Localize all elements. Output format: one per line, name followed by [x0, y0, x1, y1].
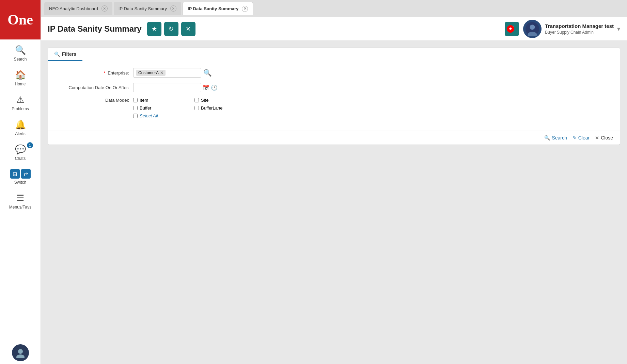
- search-button-label: Search: [552, 135, 567, 140]
- clock-button[interactable]: 🕐: [211, 84, 218, 91]
- select-all-text: Select All: [140, 113, 158, 118]
- tab-close-ip1[interactable]: ✕: [170, 5, 176, 12]
- content-area: 🔍 Filters * Enterprise: CustomerA: [41, 41, 627, 364]
- sidebar-item-label: Alerts: [15, 131, 26, 136]
- tab-label: NEO Analytic Dashboard: [49, 6, 98, 11]
- required-star: *: [104, 70, 105, 76]
- tab-close-neo[interactable]: ✕: [101, 5, 108, 12]
- sidebar-avatar: [12, 344, 29, 361]
- enterprise-tag: CustomerA ✕: [136, 70, 166, 76]
- filters-body: * Enterprise: CustomerA ✕ 🔍: [48, 61, 620, 131]
- clear-button[interactable]: ✎ Clear: [573, 135, 590, 140]
- menu-icon: ☰: [16, 193, 24, 203]
- enterprise-label-cell: * Enterprise:: [58, 70, 133, 76]
- close-icon: ✕: [186, 25, 191, 33]
- sidebar-item-menus[interactable]: ☰ Menus/Favs: [0, 187, 41, 212]
- checkboxes-col-right: Site BufferLane: [194, 98, 256, 118]
- enterprise-tag-input[interactable]: CustomerA ✕: [133, 68, 201, 78]
- sidebar-item-label: Menus/Favs: [9, 205, 31, 210]
- search-footer-icon: 🔍: [544, 135, 550, 140]
- date-field: 📅 🕐: [133, 83, 218, 92]
- enterprise-tag-value: CustomerA: [138, 70, 159, 75]
- checkbox-item[interactable]: [133, 98, 138, 102]
- checkbox-site-text: Site: [201, 98, 208, 103]
- main-area: NEO Analytic Dashboard ✕ IP Data Sanity …: [41, 0, 627, 364]
- warning-icon: ⚠: [16, 95, 24, 105]
- notification-badge: ★: [507, 25, 514, 33]
- user-role: Buyer Supply Chain Admin: [545, 30, 614, 35]
- checkbox-selectall[interactable]: [133, 114, 138, 118]
- enterprise-field: CustomerA ✕ 🔍: [133, 68, 212, 78]
- refresh-button[interactable]: ↻: [164, 22, 178, 36]
- checkbox-bufferlane[interactable]: [194, 106, 199, 110]
- bell-icon: 🔔: [15, 119, 26, 130]
- data-model-row: Data Model: Item Buffer: [58, 98, 610, 118]
- user-name: Transportation Manager test: [545, 22, 614, 30]
- computation-date-row: Computation Date On Or After: 📅 🕐: [58, 83, 610, 92]
- switch-icon-right: ⇄: [21, 169, 31, 179]
- checkbox-site[interactable]: [194, 98, 199, 102]
- clear-footer-icon: ✎: [573, 135, 577, 140]
- sidebar-item-label: Home: [15, 82, 26, 86]
- date-input[interactable]: [133, 83, 201, 92]
- logo-area[interactable]: One: [0, 0, 41, 39]
- tabs-bar: NEO Analytic Dashboard ✕ IP Data Sanity …: [41, 0, 627, 17]
- refresh-icon: ↻: [169, 25, 174, 33]
- svg-point-0: [18, 349, 23, 354]
- user-avatar: [523, 20, 542, 38]
- close-filters-button[interactable]: ✕ Close: [595, 135, 613, 140]
- tab-ip2[interactable]: IP Data Sanity Summary ✕: [183, 2, 253, 15]
- sidebar-item-switch[interactable]: ⊟ ⇄ Switch: [0, 164, 41, 187]
- logo-box: One: [7, 6, 34, 33]
- filters-footer: 🔍 Search ✎ Clear ✕ Close: [48, 131, 620, 145]
- filters-tab[interactable]: 🔍 Filters: [48, 48, 82, 61]
- filters-tab-label: Filters: [62, 51, 76, 57]
- page-title: IP Data Sanity Summary: [48, 24, 142, 34]
- checkbox-site-label[interactable]: Site: [194, 98, 256, 103]
- close-page-button[interactable]: ✕: [181, 22, 195, 36]
- checkbox-item-text: Item: [140, 98, 148, 103]
- switch-icons: ⊟ ⇄: [10, 169, 31, 179]
- checkbox-bufferlane-text: BufferLane: [201, 105, 222, 111]
- checkbox-item-label[interactable]: Item: [133, 98, 194, 103]
- sidebar-item-label: Search: [14, 57, 27, 62]
- checkbox-buffer[interactable]: [133, 106, 138, 110]
- sidebar-item-problems[interactable]: ⚠ Problems: [0, 89, 41, 114]
- tab-ip1[interactable]: IP Data Sanity Summary ✕: [114, 2, 181, 15]
- checkbox-buffer-text: Buffer: [140, 105, 151, 111]
- page-header: IP Data Sanity Summary ★ ↻ ✕ ☰ ★: [41, 17, 627, 41]
- sidebar-item-home[interactable]: 🏠 Home: [0, 64, 41, 89]
- home-icon: 🏠: [15, 70, 26, 80]
- favorite-button[interactable]: ★: [147, 22, 161, 36]
- checkbox-buffer-label[interactable]: Buffer: [133, 105, 194, 111]
- sidebar-item-profile[interactable]: [0, 339, 41, 364]
- checkboxes-col-left: Item Buffer Select All: [133, 98, 194, 118]
- enterprise-row: * Enterprise: CustomerA ✕ 🔍: [58, 68, 610, 78]
- clear-button-label: Clear: [578, 135, 590, 140]
- checkbox-selectall-label[interactable]: Select All: [133, 113, 194, 118]
- close-footer-icon: ✕: [595, 135, 599, 140]
- tab-neo[interactable]: NEO Analytic Dashboard ✕: [44, 2, 112, 15]
- filters-tab-bar: 🔍 Filters: [48, 48, 620, 61]
- enterprise-search-button[interactable]: 🔍: [203, 69, 212, 77]
- favorite-icon: ★: [152, 25, 157, 33]
- tab-close-ip2[interactable]: ✕: [242, 6, 248, 12]
- checkboxes-group: Item Buffer Select All: [133, 98, 256, 118]
- header-actions: ★ ↻ ✕: [147, 22, 195, 36]
- tab-label: IP Data Sanity Summary: [119, 6, 167, 11]
- calendar-button[interactable]: 📅: [203, 84, 209, 91]
- user-dropdown-arrow[interactable]: ▾: [617, 25, 620, 33]
- data-model-label: Data Model:: [105, 98, 129, 103]
- svg-point-1: [16, 354, 25, 358]
- sidebar-item-alerts[interactable]: 🔔 Alerts: [0, 114, 41, 139]
- sidebar-item-chats[interactable]: 1 💬 Chats: [0, 139, 41, 164]
- user-info[interactable]: Transportation Manager test Buyer Supply…: [523, 20, 620, 38]
- checkbox-bufferlane-label[interactable]: BufferLane: [194, 105, 256, 111]
- enterprise-tag-remove[interactable]: ✕: [160, 70, 163, 75]
- sidebar-item-search[interactable]: 🔍 Search: [0, 39, 41, 64]
- sidebar: One 🔍 Search 🏠 Home ⚠ Problems 🔔 Alerts …: [0, 0, 41, 364]
- sidebar-item-label: Chats: [15, 156, 26, 161]
- sidebar-item-label: Switch: [14, 180, 26, 185]
- chat-badge: 1: [27, 142, 33, 148]
- search-button[interactable]: 🔍 Search: [544, 135, 567, 140]
